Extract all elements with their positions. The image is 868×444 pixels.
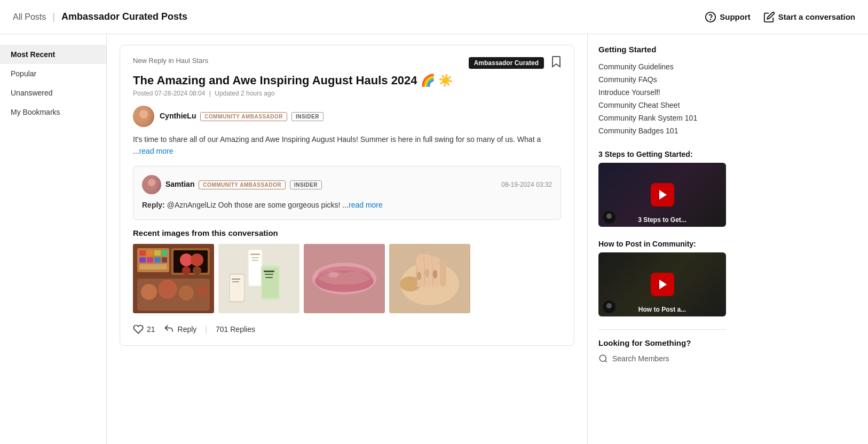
- header-nav: All Posts | Ambassador Curated Posts: [13, 11, 187, 22]
- community-label[interactable]: Haul Stars: [176, 57, 208, 65]
- author-avatar: [133, 106, 154, 127]
- reply-badge-insider: INSIDER: [290, 180, 322, 189]
- recent-images-title: Recent images from this conversation: [133, 228, 561, 237]
- author-info: CynthieLu COMMUNITY AMBASSADOR INSIDER: [160, 112, 323, 121]
- svg-rect-8: [139, 250, 146, 256]
- svg-point-22: [193, 266, 201, 275]
- reply-button-label: Reply: [178, 325, 197, 334]
- svg-point-2: [139, 110, 148, 118]
- post-card-header-right: Ambassador Curated: [469, 56, 561, 69]
- reply-avatar-svg: [142, 175, 161, 194]
- post-dates: Posted 07-28-2024 08:04 | Updated 2 hour…: [133, 90, 561, 97]
- svg-rect-15: [162, 257, 167, 263]
- author-badge-ambassador: COMMUNITY AMBASSADOR: [200, 112, 287, 121]
- posted-date: Posted 07-28-2024 08:04: [133, 90, 205, 97]
- link-community-faqs[interactable]: Community FAQs: [598, 73, 726, 86]
- svg-point-55: [417, 272, 421, 280]
- bookmark-icon[interactable]: [551, 56, 561, 69]
- svg-point-25: [158, 280, 177, 299]
- post-title: The Amazing and Awe Inspiring August Hau…: [133, 74, 561, 88]
- looking-title: Looking for Something?: [598, 338, 726, 347]
- post-card-meta: New Reply in Haul Stars: [133, 56, 208, 65]
- support-button[interactable]: Support: [705, 11, 751, 23]
- support-label: Support: [720, 12, 751, 21]
- sidebar-item-unanswered[interactable]: Unanswered: [0, 83, 106, 102]
- reply-date: 08-19-2024 03:32: [501, 181, 552, 188]
- sidebar-item-popular[interactable]: Popular: [0, 64, 106, 83]
- svg-rect-32: [251, 257, 259, 258]
- page-title: Ambassador Curated Posts: [61, 11, 187, 22]
- header-divider: |: [52, 11, 55, 22]
- image-thumb-3[interactable]: [304, 244, 385, 313]
- reply-body: Reply: @AznAngelLiz Ooh those are some g…: [142, 200, 552, 211]
- all-posts-link[interactable]: All Posts: [13, 12, 46, 22]
- author-name[interactable]: CynthieLu: [160, 112, 196, 120]
- reply-author-row: Samtian COMMUNITY AMBASSADOR INSIDER: [142, 175, 322, 194]
- author-row: CynthieLu COMMUNITY AMBASSADOR INSIDER: [133, 106, 561, 127]
- how-to-post-label: How to Post in Community:: [598, 240, 726, 248]
- post-footer: 21 Reply | 701 Replies: [133, 324, 561, 335]
- sidebar-divider: [598, 329, 726, 330]
- thumb2-svg: [218, 244, 299, 313]
- bookmark-svg: [551, 56, 561, 68]
- svg-point-47: [328, 272, 339, 278]
- svg-rect-14: [154, 257, 161, 263]
- reply-badge-ambassador: COMMUNITY AMBASSADOR: [199, 180, 286, 189]
- post-body-text: It's time to share all of our Amazing an…: [133, 135, 541, 155]
- start-conversation-label: Start a conversation: [778, 12, 855, 21]
- svg-rect-31: [250, 253, 260, 255]
- getting-started-section: Getting Started Community Guidelines Com…: [598, 45, 726, 137]
- video-play-btn-2[interactable]: [651, 273, 674, 296]
- new-reply-prefix: New Reply in: [133, 57, 174, 65]
- svg-point-27: [196, 284, 209, 297]
- video-thumb-2[interactable]: How to Post a...: [598, 252, 726, 316]
- search-members-label: Search Members: [612, 354, 669, 363]
- link-community-badges[interactable]: Community Badges 101: [598, 124, 726, 137]
- start-conversation-button[interactable]: Start a conversation: [763, 11, 855, 23]
- layout: Most Recent Popular Unanswered My Bookma…: [0, 34, 868, 444]
- edit-icon: [763, 11, 775, 23]
- video-play-btn-1[interactable]: [651, 183, 674, 207]
- updated-date: Updated 2 hours ago: [215, 90, 274, 97]
- post-card: New Reply in Haul Stars Ambassador Curat…: [120, 45, 574, 346]
- svg-point-3: [137, 118, 151, 127]
- reply-label: Reply:: [142, 201, 165, 209]
- reply-card-header: Samtian COMMUNITY AMBASSADOR INSIDER 08-…: [142, 175, 552, 194]
- svg-point-4: [148, 179, 155, 186]
- link-community-rank-system[interactable]: Community Rank System 101: [598, 112, 726, 124]
- image-thumb-4[interactable]: [389, 244, 470, 313]
- header: All Posts | Ambassador Curated Posts Sup…: [0, 0, 868, 34]
- read-more-link[interactable]: read more: [139, 147, 173, 155]
- image-thumb-2[interactable]: [218, 244, 299, 313]
- svg-point-24: [141, 284, 157, 300]
- like-button[interactable]: 21: [133, 324, 155, 335]
- link-community-cheat-sheet[interactable]: Community Cheat Sheet: [598, 99, 726, 112]
- reply-author-name[interactable]: Samtian: [165, 180, 194, 188]
- reply-read-more[interactable]: read more: [349, 201, 383, 209]
- search-members-row[interactable]: Search Members: [598, 354, 726, 363]
- sidebar-item-my-bookmarks[interactable]: My Bookmarks: [0, 102, 106, 122]
- svg-point-5: [145, 186, 158, 194]
- date-separator: |: [209, 90, 212, 97]
- svg-rect-13: [147, 257, 153, 263]
- reply-card: Samtian COMMUNITY AMBASSADOR INSIDER 08-…: [133, 166, 561, 220]
- svg-rect-16: [139, 264, 167, 269]
- sidebar-left: Most Recent Popular Unanswered My Bookma…: [0, 34, 107, 444]
- video-thumb-1[interactable]: 3 Steps to Get...: [598, 163, 726, 227]
- link-community-guidelines[interactable]: Community Guidelines: [598, 60, 726, 73]
- svg-rect-36: [264, 271, 274, 272]
- link-introduce-yourself[interactable]: Introduce Yourself!: [598, 86, 726, 99]
- images-grid: [133, 244, 561, 313]
- svg-point-26: [179, 286, 194, 300]
- reply-button[interactable]: Reply: [164, 324, 197, 335]
- svg-rect-30: [249, 250, 262, 286]
- sidebar-item-most-recent[interactable]: Most Recent: [0, 45, 106, 64]
- image-thumb-1[interactable]: [133, 244, 214, 313]
- svg-point-20: [191, 253, 203, 266]
- thumb4-svg: [389, 244, 470, 313]
- post-card-header: New Reply in Haul Stars Ambassador Curat…: [133, 56, 561, 69]
- thumb3-svg: [304, 244, 385, 313]
- thumb1-svg: [133, 244, 214, 313]
- ambassador-badge: Ambassador Curated: [469, 57, 544, 69]
- heart-icon: [133, 324, 144, 335]
